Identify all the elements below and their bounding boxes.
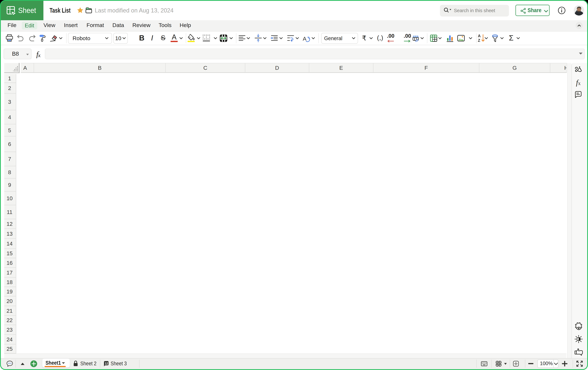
- svg-text:Z: Z: [478, 38, 480, 42]
- svg-text:12: 12: [105, 362, 108, 365]
- svg-text:A: A: [303, 36, 306, 42]
- svg-text:A: A: [478, 34, 481, 38]
